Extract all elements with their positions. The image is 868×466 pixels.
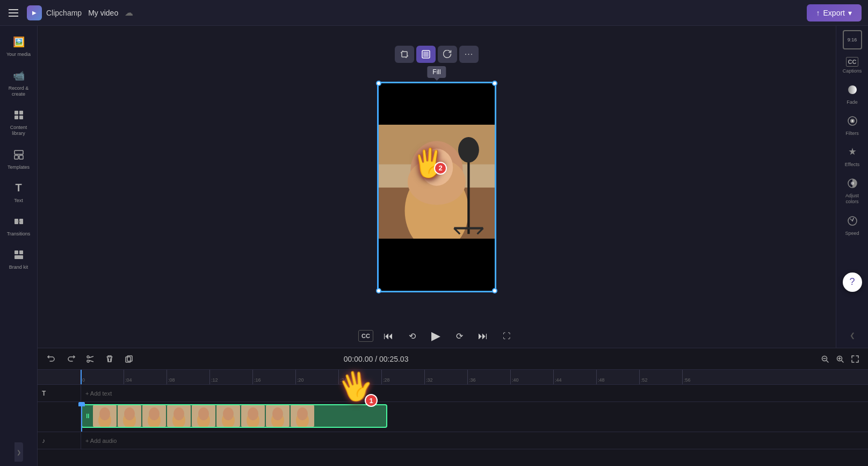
video-clip[interactable]: ⏸ (81, 404, 387, 428)
your-media-icon: 🖼️ (11, 34, 26, 49)
captions-label: Captions (843, 68, 862, 74)
fullscreen-button[interactable]: ⛶ (498, 327, 515, 345)
video-canvas[interactable] (378, 82, 496, 292)
clip-thumb-8 (266, 405, 290, 427)
video-bottom-black (379, 239, 495, 291)
redo-button[interactable] (63, 352, 78, 367)
clip-thumbnails (93, 405, 386, 427)
ruler-mark-24: :24 (338, 370, 381, 384)
fade-panel-button[interactable]: Fade (838, 81, 867, 108)
timeline-area: 00:00.00 / 00:25.03 (38, 348, 868, 466)
svg-point-66 (297, 407, 308, 420)
svg-rect-6 (19, 155, 23, 159)
svg-point-60 (248, 407, 258, 420)
sidebar-item-your-media[interactable]: 🖼️ Your media (2, 30, 36, 62)
rewind-button[interactable]: ⟲ (403, 327, 421, 345)
svg-rect-12 (402, 52, 407, 57)
ruler-mark-16: :16 (252, 370, 295, 384)
video-track-row: ⏸ (38, 402, 868, 432)
sidebar-label-transitions: Transitions (7, 231, 31, 236)
resize-handle-tl[interactable] (376, 81, 381, 86)
sidebar-item-text[interactable]: T Text (2, 176, 36, 207)
playback-controls: CC ⏮ ⟲ ▶ ⟳ ⏭ ⛶ (38, 324, 836, 348)
aspect-ratio-selector[interactable]: 9:16 (843, 30, 862, 49)
playhead-head (78, 402, 85, 406)
sidebar-item-brand-kit[interactable]: Brand kit (2, 243, 36, 274)
add-audio-button[interactable]: + Add audio (85, 438, 117, 444)
preview-area: Fill ··· (38, 26, 836, 348)
skip-forward-button[interactable]: ⏭ (474, 327, 491, 345)
timeline-tracks: 0 :04 :08 :12 :16 :20 :24 :28 :32 :36 :4… (38, 370, 868, 466)
add-text-button[interactable]: + Add text (85, 390, 112, 397)
ruler-marks: 0 :04 :08 :12 :16 :20 :24 :28 :32 :36 :4… (81, 370, 725, 384)
fit-timeline-button[interactable] (849, 353, 862, 365)
rotate-tool-button[interactable] (438, 46, 457, 63)
sidebar-label-templates: Templates (8, 164, 30, 170)
undo-button[interactable] (44, 352, 59, 367)
clip-thumb-1 (93, 405, 117, 427)
video-canvas-container: Fill ··· (378, 82, 496, 292)
menu-button[interactable] (6, 7, 20, 19)
captions-toggle-button[interactable]: CC (358, 330, 373, 342)
record-create-icon: 📹 (11, 68, 26, 83)
zoom-out-button[interactable] (819, 353, 831, 365)
ruler-mark-48: :48 (596, 370, 639, 384)
speed-panel-button[interactable]: Speed (838, 212, 867, 239)
sidebar-item-record-create[interactable]: 📹 Record &create (2, 64, 36, 102)
effects-icon (847, 147, 858, 160)
svg-point-51 (173, 407, 184, 420)
fast-forward-button[interactable]: ⟳ (451, 327, 468, 345)
delete-button[interactable] (102, 352, 117, 367)
resize-handle-tr[interactable] (492, 81, 497, 86)
zoom-in-button[interactable] (834, 353, 847, 365)
video-toolbar: ··· (395, 46, 479, 63)
play-button[interactable]: ▶ (427, 327, 444, 345)
svg-rect-11 (15, 255, 23, 259)
filters-icon (847, 116, 858, 129)
clip-thumb-9 (291, 405, 314, 427)
skip-back-button[interactable]: ⏮ (380, 327, 397, 345)
text-track-row: T + Add text (38, 385, 868, 402)
clip-thumb-3 (142, 405, 166, 427)
text-track-content[interactable]: + Add text (81, 385, 868, 402)
sidebar-item-content-library[interactable]: Contentlibrary (2, 103, 36, 141)
app-title: Clipchamp (46, 9, 82, 17)
svg-rect-10 (19, 250, 23, 254)
sidebar-label-your-media: Your media (6, 52, 31, 58)
sidebar-item-templates[interactable]: Templates (2, 143, 36, 174)
fill-tool-button[interactable] (416, 46, 436, 63)
ruler-mark-56: :56 (682, 370, 725, 384)
svg-point-30 (851, 120, 853, 122)
export-button[interactable]: ↑ Export ▾ (807, 4, 862, 21)
more-tools-button[interactable]: ··· (459, 46, 479, 63)
effects-panel-button[interactable]: Effects (838, 144, 867, 170)
svg-point-23 (458, 137, 479, 163)
clip-thumb-2 (118, 405, 141, 427)
brand-kit-icon (11, 247, 26, 262)
audio-track-content[interactable]: + Add audio (81, 432, 868, 449)
crop-tool-button[interactable] (395, 46, 414, 63)
video-title[interactable]: My video (88, 9, 118, 17)
ruler-mark-36: :36 (467, 370, 510, 384)
right-sidebar: 9:16 CC Captions Fade Filters (836, 26, 868, 348)
sidebar-item-transitions[interactable]: Transitions (2, 210, 36, 241)
timeline-time-display: 00:00.00 / 00:25.03 (344, 355, 409, 363)
resize-handle-br[interactable] (492, 288, 497, 293)
resize-handle-bl[interactable] (376, 288, 381, 293)
right-sidebar-collapse-button[interactable]: ❮ (848, 329, 857, 341)
cut-button[interactable] (83, 352, 98, 367)
logo-area: Clipchamp (27, 5, 82, 20)
captions-panel-button[interactable]: CC Captions (838, 54, 867, 77)
sidebar-collapse-button[interactable]: ❯ (15, 442, 23, 462)
left-sidebar: 🖼️ Your media 📹 Record &create Contentli… (0, 26, 38, 466)
ruler-mark-20: :20 (295, 370, 338, 384)
svg-rect-7 (15, 219, 18, 224)
filters-panel-button[interactable]: Filters (838, 112, 867, 139)
svg-rect-4 (15, 150, 23, 154)
help-button[interactable]: ? (843, 273, 862, 292)
video-frame-inner (379, 125, 495, 239)
video-track-content[interactable]: ⏸ (81, 402, 868, 432)
duplicate-button[interactable] (121, 352, 136, 367)
ruler-mark-28: :28 (381, 370, 424, 384)
adjust-colors-panel-button[interactable]: Adjustcolors (838, 175, 867, 208)
